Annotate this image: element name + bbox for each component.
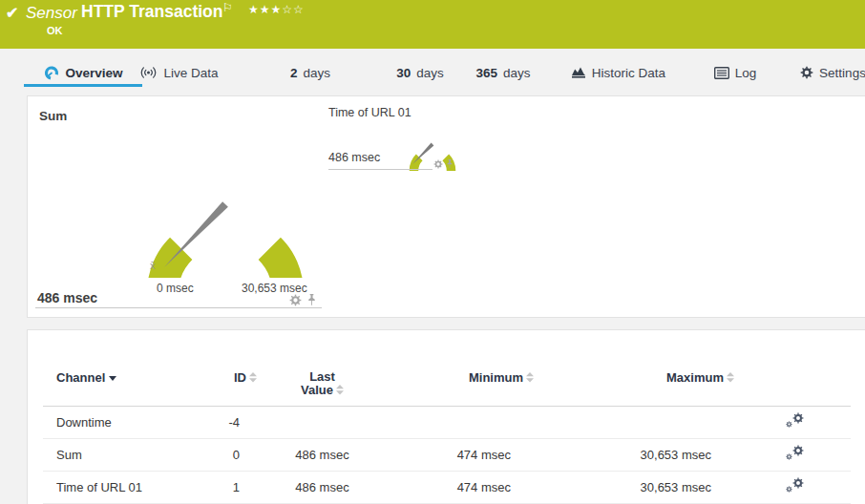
sensor-title: HTTP Transaction: [81, 2, 222, 22]
column-header-maximum-label: Maximum: [666, 370, 724, 385]
tab-overview[interactable]: Overview: [29, 59, 138, 86]
channel-settings-gears-icon[interactable]: [786, 477, 805, 494]
tab-2-days-label: days: [303, 66, 330, 80]
tab-log[interactable]: Log: [707, 59, 764, 86]
channel-last-value: 486 msec: [263, 438, 382, 471]
tab-30-days-label: days: [416, 66, 444, 80]
sort-desc-icon: [109, 376, 116, 381]
table-row-time-of-url-01: Time of URL 01 1 486 msec 474 msec 30,65…: [43, 471, 851, 503]
sum-gauge-max-label: 30,653 msec: [242, 282, 307, 295]
status-check-icon: ✔: [6, 4, 18, 22]
pin-icon[interactable]: [446, 159, 454, 169]
gauge-icon: [44, 65, 59, 80]
gear-icon[interactable]: [289, 294, 302, 306]
column-header-channel-label: Channel: [56, 370, 105, 385]
tab-2-days-number: 2: [290, 66, 298, 80]
column-header-id[interactable]: ID: [220, 363, 263, 406]
gear-icon: [800, 66, 813, 79]
column-header-id-label: ID: [234, 370, 246, 385]
tab-historic-data[interactable]: Historic Data: [563, 59, 673, 86]
tab-365-days-number: 365: [475, 66, 497, 80]
url01-gauge-value: 486 msec: [328, 151, 380, 164]
channel-name[interactable]: Time of URL 01: [43, 471, 220, 503]
sort-icon: [249, 372, 257, 383]
tab-overview-label: Overview: [65, 66, 122, 80]
tab-30-days-number: 30: [396, 66, 411, 80]
mean-marker: x̄: [150, 260, 156, 271]
column-header-minimum[interactable]: Minimum: [382, 363, 539, 406]
status-badge: OK: [47, 25, 63, 36]
table-row-downtime: Downtime -4: [43, 406, 851, 438]
channel-minimum: 474 msec: [382, 471, 539, 503]
channel-id: -4: [220, 406, 263, 438]
channel-id: 0: [220, 438, 263, 471]
tab-settings[interactable]: Settings: [797, 59, 865, 86]
sum-gauge-title: Sum: [39, 109, 67, 123]
sort-icon: [526, 372, 534, 383]
divider: [328, 169, 432, 170]
channel-maximum: 30,653 msec: [539, 438, 740, 471]
column-header-minimum-label: Minimum: [469, 370, 523, 385]
sensor-kind-label: Sensor: [26, 4, 77, 23]
sum-gauge-min-label: 0 msec: [157, 282, 194, 295]
channel-last-value: [263, 406, 382, 438]
column-header-last-label: Last: [263, 370, 382, 384]
chart-icon: [571, 66, 586, 79]
table-row-sum: Sum 0 486 msec 474 msec 30,653 msec: [43, 438, 851, 471]
column-header-channel[interactable]: Channel: [43, 363, 220, 406]
channel-minimum: 474 msec: [382, 438, 539, 471]
channel-settings-gears-icon[interactable]: [786, 412, 805, 429]
column-header-maximum[interactable]: Maximum: [539, 363, 740, 406]
tab-live-data-label: Live Data: [163, 66, 218, 80]
channel-name[interactable]: Sum: [43, 438, 220, 471]
tab-365-days-label: days: [503, 66, 531, 80]
channel-last-value: 486 msec: [263, 471, 382, 503]
column-header-value-label: Value: [301, 383, 333, 397]
column-header-last-value[interactable]: Last Value: [263, 363, 382, 406]
channels-table: Channel ID Last Value Minimum Maximum: [43, 363, 851, 504]
divider: [35, 307, 322, 308]
sum-gauge-value: 486 msec: [37, 290, 97, 305]
channels-panel: Channel ID Last Value Minimum Maximum: [27, 329, 865, 504]
flag-icon[interactable]: ⚐: [222, 1, 233, 14]
url01-gauge-title: Time of URL 01: [328, 106, 411, 119]
tab-settings-label: Settings: [819, 66, 865, 80]
channel-maximum: [539, 406, 740, 438]
pin-icon[interactable]: [306, 294, 317, 306]
gauge-needle: [412, 143, 433, 164]
tab-365-days[interactable]: 365 days: [465, 59, 541, 86]
gauges-panel: Sum x̄ 0 msec 30,653 msec 486 msec Time …: [27, 95, 865, 318]
sort-icon: [727, 372, 734, 383]
table-header-row: Channel ID Last Value Minimum Maximum: [43, 363, 851, 406]
gauge-needle: [164, 201, 228, 267]
priority-stars[interactable]: ★★★☆☆: [248, 3, 305, 16]
channel-id: 1: [220, 471, 263, 503]
sum-gauge: x̄: [139, 117, 311, 278]
channel-minimum: [382, 406, 539, 438]
tab-historic-data-label: Historic Data: [592, 66, 665, 80]
gear-icon[interactable]: [433, 159, 443, 169]
channel-name[interactable]: Downtime: [43, 406, 220, 438]
log-icon: [714, 67, 729, 79]
live-signal-icon: [139, 66, 158, 79]
tab-30-days[interactable]: 30 days: [387, 59, 454, 86]
sensor-header-bar: ✔ Sensor HTTP Transaction ⚐ ★★★☆☆ OK: [0, 0, 865, 49]
sort-icon: [336, 385, 344, 395]
tab-live-data[interactable]: Live Data: [129, 59, 229, 86]
tab-log-label: Log: [735, 66, 757, 80]
tab-2-days[interactable]: 2 days: [277, 59, 344, 86]
channel-settings-gears-icon[interactable]: [786, 445, 805, 461]
channel-maximum: 30,653 msec: [539, 471, 740, 503]
active-tab-underline: [24, 84, 142, 87]
